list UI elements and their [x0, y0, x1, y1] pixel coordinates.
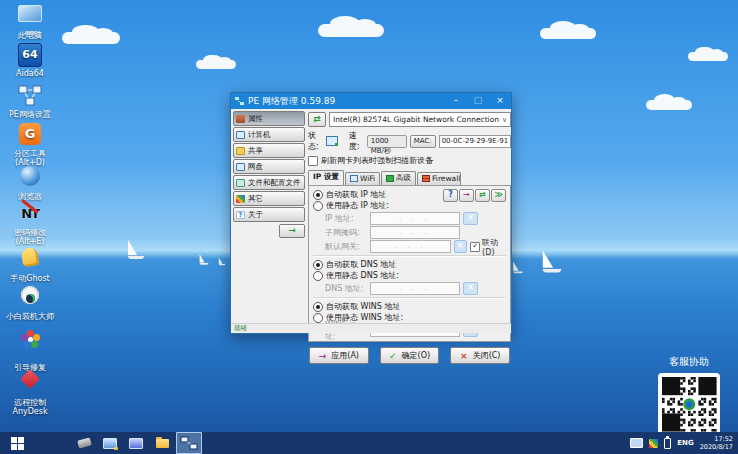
mac-button[interactable]: MAC: [410, 135, 436, 148]
ghost-icon [21, 247, 39, 267]
reload-config-button[interactable]: ⇄ [475, 189, 490, 202]
clear-dns-button[interactable]: × [463, 282, 478, 295]
sailboat [128, 240, 144, 259]
maximize-button: □ [469, 94, 487, 108]
sidebar-item-label: 计算机 [248, 130, 271, 140]
start-button[interactable] [0, 432, 34, 454]
installer-circle-icon [21, 286, 39, 304]
cloud [318, 24, 384, 37]
auto-ip-label: 自动获取 IP 地址 [326, 189, 386, 200]
desktop-icon-browser[interactable]: 浏览器 [2, 164, 58, 201]
taskbar-icon-display[interactable] [98, 433, 122, 453]
network-nodes-icon [17, 84, 43, 108]
apply-button[interactable]: → 应用(A) [309, 347, 369, 364]
dns-address-label: DNS 地址: [325, 283, 367, 294]
ok-button[interactable]: ✓ 确定(O) [380, 347, 440, 364]
taskbar-icon-explorer[interactable] [150, 433, 174, 453]
x-icon: × [460, 351, 468, 361]
wifi-icon [350, 175, 358, 182]
static-dns-label: 使用静态 DNS 地址: [326, 270, 399, 281]
window-titlebar[interactable]: PE 网络管理 0.59.89 – □ × [231, 93, 511, 109]
expand-button[interactable]: ≫ [491, 189, 506, 202]
monitor-icon [236, 131, 245, 139]
gateway-linked-label: 联动(D) [482, 237, 506, 257]
tab-bar: IP 设置 WiFi 高级 Firewall [308, 170, 511, 185]
ip-address-input[interactable]: . . . [370, 212, 460, 225]
language-indicator[interactable]: ENG [677, 439, 693, 447]
adapter-dropdown[interactable]: Intel(R) 82574L Gigabit Network Connecti… [329, 112, 511, 127]
usb-eject-icon[interactable] [664, 438, 671, 449]
support-qr-block: 客服协助 [652, 355, 726, 436]
sidebar-item-label: 属性 [248, 114, 263, 124]
minimize-button[interactable]: – [447, 94, 465, 108]
panel-toolbar: ? → ⇄ ≫ [443, 189, 506, 202]
tab-ip-settings[interactable]: IP 设置 [308, 170, 344, 185]
taskbar-icon-remote[interactable] [124, 433, 148, 453]
window-statusbar: 就绪 [231, 323, 511, 333]
gateway-linked-checkbox[interactable]: ✓ [470, 242, 480, 252]
sidebar-item-profiles[interactable]: 文件和配置文件 [233, 175, 305, 190]
desktop-icon-label: 远程控制 [2, 398, 58, 407]
footer-buttons: → 应用(A) ✓ 确定(O) × 关闭(C) [308, 347, 511, 364]
desktop-icon-anydesk[interactable]: 远程控制 AnyDesk [2, 368, 58, 416]
status-label: 状态: [308, 130, 323, 152]
cloud [688, 52, 728, 61]
tab-firewall[interactable]: Firewall [417, 172, 461, 185]
tab-advanced[interactable]: 高级 [381, 171, 416, 185]
close-window-button[interactable]: × 关闭(C) [450, 347, 510, 364]
sidebar-item-other[interactable]: 其它 [233, 191, 305, 206]
rescan-checkbox-label: 刷新网卡列表时强制扫描新设备 [321, 155, 433, 166]
tab-label: 高级 [396, 173, 411, 183]
qr-caption: 客服协助 [652, 355, 726, 369]
tab-wifi[interactable]: WiFi [345, 172, 380, 185]
desktop-icon-label: Aida64 [2, 69, 58, 78]
speed-value: 1000 MB/秒 [367, 135, 407, 148]
clear-gateway-button[interactable]: × [454, 240, 468, 253]
speed-label: 速度: [349, 130, 364, 152]
apply-now-button[interactable]: → [459, 189, 474, 202]
system-tray: ENG 17:52 2020/8/17 [630, 435, 738, 451]
arrow-right-icon: → [319, 351, 327, 361]
desktop-icon-pe-network-settings[interactable]: PE网络设置 [2, 84, 58, 119]
auto-ip-radio[interactable] [313, 190, 323, 200]
taskbar-icon-tools[interactable] [72, 433, 96, 453]
sidebar-item-net-drives[interactable]: 网盘 [233, 159, 305, 174]
static-dns-radio[interactable] [313, 271, 323, 281]
sidebar-item-shares[interactable]: 共享 [233, 143, 305, 158]
gateway-label: 默认网关: [325, 241, 367, 252]
rescan-checkbox[interactable] [308, 156, 318, 166]
desktop-icon-xiaobai-installer[interactable]: 小白装机大师 [2, 284, 58, 321]
desktop-icon-sublabel: (Alt+E) [2, 237, 58, 246]
subnet-mask-label: 子网掩码: [325, 227, 367, 238]
subnet-mask-input[interactable]: . . . [370, 226, 460, 239]
apply-button-label: 应用(A) [331, 350, 359, 361]
desktop-icon-aida64[interactable]: 64 Aida64 [2, 42, 58, 78]
sidebar-item-about[interactable]: ? 关于 [233, 207, 305, 222]
auto-wins-radio[interactable] [313, 302, 323, 312]
chevron-down-icon: ∨ [502, 116, 507, 124]
auto-dns-radio[interactable] [313, 260, 323, 270]
desktop-icon-this-pc[interactable]: 此电脑 [2, 2, 58, 40]
sidebar-collapse-arrow-button[interactable]: → [279, 224, 305, 238]
clear-ip-button[interactable]: × [463, 212, 478, 225]
taskbar-clock[interactable]: 17:52 2020/8/17 [700, 435, 733, 451]
close-button[interactable]: × [491, 94, 509, 108]
network-status-icon[interactable] [630, 438, 643, 448]
static-wins-radio[interactable] [313, 313, 323, 323]
static-ip-radio[interactable] [313, 201, 323, 211]
display-settings-icon[interactable] [649, 439, 658, 448]
desktop-icon-partition-tool[interactable]: G 分区工具 (Alt+D) [2, 122, 58, 167]
dns-address-input[interactable]: . . . [370, 282, 460, 295]
sidebar-item-properties[interactable]: 属性 [233, 111, 305, 126]
sidebar-item-computer[interactable]: 计算机 [233, 127, 305, 142]
sidebar-item-label: 文件和配置文件 [248, 178, 301, 188]
help-button[interactable]: ? [443, 189, 458, 202]
cloud [196, 60, 236, 69]
gateway-input[interactable]: . . . [370, 240, 451, 253]
desktop-icon-boot-repair[interactable]: 引导修复 [2, 328, 58, 372]
taskbar-icon-pe-network[interactable] [176, 432, 202, 454]
window-title: PE 网络管理 0.59.89 [248, 95, 443, 108]
desktop-icon-password-reset[interactable]: NT 密码修改 (Alt+E) [2, 202, 58, 246]
desktop-icon-manual-ghost[interactable]: 手动Ghost [2, 246, 58, 283]
rescan-adapters-button[interactable]: ⇄ [308, 112, 326, 127]
